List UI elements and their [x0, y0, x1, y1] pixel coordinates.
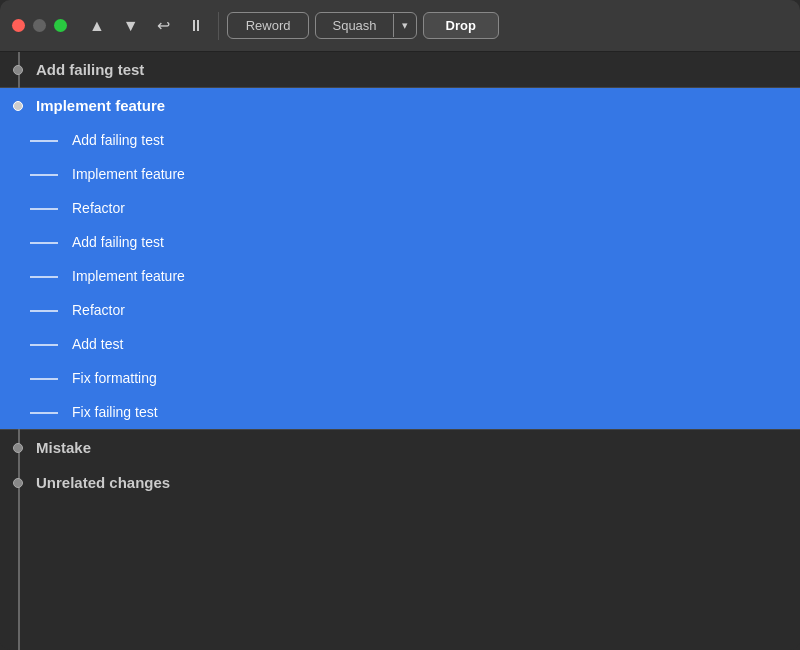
move-down-button[interactable]: ▼: [117, 13, 145, 39]
close-button[interactable]: [12, 19, 25, 32]
commit-label: Add failing test: [72, 234, 164, 250]
commit-label: Mistake: [36, 439, 91, 456]
squash-dropdown-button[interactable]: ▾: [393, 14, 416, 37]
list-item[interactable]: Add failing test: [0, 225, 800, 259]
undo-button[interactable]: ↩: [151, 12, 176, 39]
maximize-button[interactable]: [54, 19, 67, 32]
dot-icon: [13, 478, 23, 488]
commit-label: Add failing test: [36, 61, 144, 78]
commit-label: Add test: [72, 336, 123, 352]
commit-label: Implement feature: [72, 166, 185, 182]
move-up-button[interactable]: ▲: [83, 13, 111, 39]
commit-list[interactable]: Add failing test Implement feature Add f…: [0, 52, 800, 650]
toolbar-divider-1: [218, 12, 219, 40]
list-item[interactable]: Add test: [0, 327, 800, 361]
minimize-button[interactable]: [33, 19, 46, 32]
list-item[interactable]: Unrelated changes: [0, 465, 800, 500]
commit-label: Fix failing test: [72, 404, 158, 420]
main-window: ▲ ▼ ↩ ⏸ Reword Squash ▾ Drop Add failing…: [0, 0, 800, 650]
list-item[interactable]: Mistake: [0, 430, 800, 465]
list-item[interactable]: Implement feature: [0, 88, 800, 123]
list-item[interactable]: Refactor: [0, 293, 800, 327]
commit-label: Fix formatting: [72, 370, 157, 386]
list-item[interactable]: Refactor: [0, 191, 800, 225]
list-item[interactable]: Add failing test: [0, 52, 800, 87]
squash-button[interactable]: Squash: [316, 13, 392, 38]
title-bar: ▲ ▼ ↩ ⏸ Reword Squash ▾ Drop: [0, 0, 800, 52]
commit-label: Refactor: [72, 302, 125, 318]
dot-icon: [13, 443, 23, 453]
reword-button[interactable]: Reword: [227, 12, 310, 39]
commit-label: Unrelated changes: [36, 474, 170, 491]
pause-button[interactable]: ⏸: [182, 13, 210, 39]
toolbar-nav-group: ▲ ▼ ↩ ⏸: [83, 12, 210, 39]
commit-label: Refactor: [72, 200, 125, 216]
commit-label: Add failing test: [72, 132, 164, 148]
list-item[interactable]: Fix failing test: [0, 395, 800, 429]
dot-icon: [13, 65, 23, 75]
commit-label: Implement feature: [72, 268, 185, 284]
toolbar-action-group: Reword Squash ▾ Drop: [227, 12, 499, 39]
drop-button[interactable]: Drop: [423, 12, 499, 39]
list-item[interactable]: Implement feature: [0, 157, 800, 191]
traffic-lights: [12, 19, 67, 32]
list-item[interactable]: Add failing test: [0, 123, 800, 157]
squash-group: Squash ▾: [315, 12, 416, 39]
list-item[interactable]: Fix formatting: [0, 361, 800, 395]
commit-label: Implement feature: [36, 97, 165, 114]
dot-icon: [13, 101, 23, 111]
list-item[interactable]: Implement feature: [0, 259, 800, 293]
